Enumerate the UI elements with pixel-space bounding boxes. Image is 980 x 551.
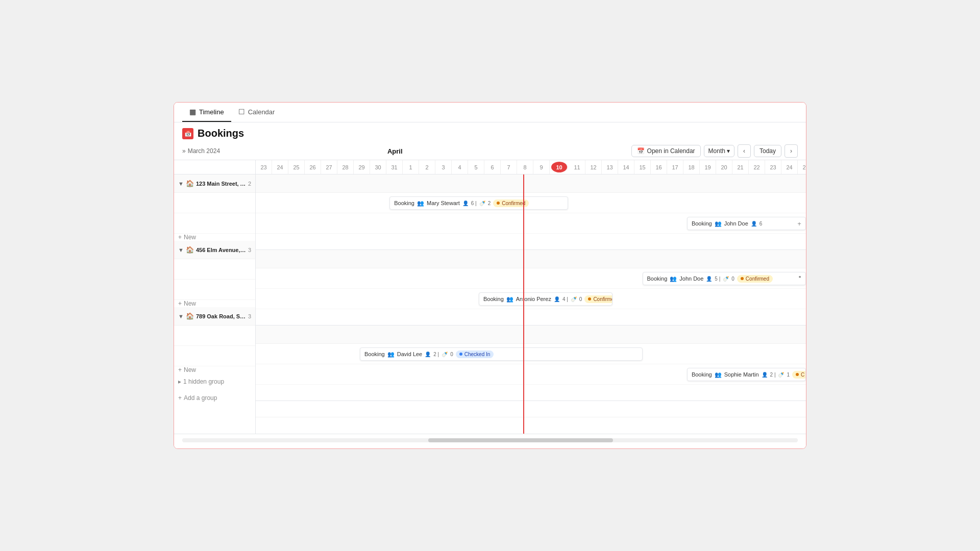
tab-timeline[interactable]: ▦ Timeline bbox=[182, 103, 231, 122]
calendar-btn-icon: 📅 bbox=[637, 147, 645, 155]
timeline-rows: Booking 👥 Mary Stewart 👤 6 | 🍼 2 Confirm… bbox=[256, 174, 806, 434]
add-new-group1[interactable]: + New bbox=[174, 234, 256, 241]
day-apr20: 20 bbox=[716, 160, 732, 174]
guest-icon: 👥 bbox=[417, 200, 424, 207]
people-icon: 👤 bbox=[425, 352, 431, 357]
booking-bar-antonio-perez[interactable]: Booking 👥 Antonio Perez 👤 4 | 🍼 0 Confir… bbox=[479, 292, 612, 306]
status-badge-confirmed2: Confirmed bbox=[737, 275, 773, 283]
scrollbar-track[interactable] bbox=[182, 438, 798, 442]
app-container: ▦ Timeline ☐ Calendar 📅 Bookings » March… bbox=[174, 102, 806, 449]
booking-bar-sophie-martin[interactable]: Booking 👥 Sophie Martin 👤 2 | 🍼 1 C bbox=[687, 368, 806, 381]
day-28: 28 bbox=[337, 160, 354, 174]
guest-icon: 👥 bbox=[506, 296, 513, 303]
chevron-down-icon: ▼ bbox=[178, 247, 184, 253]
chevron-down-icon: ▼ bbox=[178, 313, 184, 319]
add-btn-group1-row2[interactable]: + bbox=[795, 219, 803, 228]
timeline-scroll-area[interactable]: 23 24 25 26 27 28 29 30 31 1 bbox=[256, 160, 806, 434]
group3-count: 3 bbox=[248, 313, 251, 319]
day-apr3: 3 bbox=[435, 160, 452, 174]
day-apr2: 2 bbox=[419, 160, 435, 174]
today-button[interactable]: Today bbox=[754, 145, 781, 157]
booking-bar-mary-stewart[interactable]: Booking 👥 Mary Stewart 👤 6 | 🍼 2 Confirm… bbox=[389, 196, 568, 210]
day-headers: 23 24 25 26 27 28 29 30 31 1 bbox=[256, 160, 806, 174]
page-header: 📅 Bookings bbox=[174, 122, 806, 142]
prev-nav-button[interactable]: ‹ bbox=[738, 144, 751, 158]
group2-address: 456 Elm Avenue, Another City, USA bbox=[196, 247, 246, 253]
booking-row-antonio-perez: Booking 👥 Antonio Perez 👤 4 | 🍼 0 Confir… bbox=[256, 289, 806, 309]
chevron-down-icon: ▾ bbox=[727, 147, 730, 155]
children-count: 0 bbox=[731, 276, 734, 282]
people-icon: 👤 bbox=[462, 201, 469, 206]
add-group-timeline bbox=[256, 417, 806, 434]
booking-row-sophie-martin: Booking 👥 Sophie Martin 👤 2 | 🍼 1 C bbox=[256, 364, 806, 385]
adults-count: 6 | bbox=[471, 201, 477, 206]
tab-calendar[interactable]: ☐ Calendar bbox=[231, 103, 282, 122]
timeline-icon: ▦ bbox=[189, 108, 196, 116]
hidden-group-timeline bbox=[256, 401, 806, 417]
guest-icon: 👥 bbox=[715, 220, 722, 227]
plus-icon: + bbox=[178, 394, 182, 402]
open-calendar-button[interactable]: 📅 Open in Calendar bbox=[631, 145, 701, 157]
group3-header-timeline bbox=[256, 325, 806, 344]
adults-count: 2 | bbox=[433, 352, 439, 357]
day-apr11: 11 bbox=[569, 160, 585, 174]
status-dot bbox=[497, 202, 500, 205]
add-new-group2[interactable]: + New bbox=[174, 300, 256, 307]
guest-name-sophie: Sophie Martin bbox=[724, 371, 759, 378]
status-dot bbox=[588, 297, 591, 300]
add-plus-btn[interactable]: ▪ bbox=[796, 272, 804, 281]
group1-address: 123 Main Street, Anytown, USA bbox=[196, 181, 246, 187]
adults-count: 4 | bbox=[562, 296, 568, 302]
page-title: Bookings bbox=[198, 128, 244, 139]
day-29: 29 bbox=[354, 160, 370, 174]
april-label: April bbox=[224, 147, 566, 155]
add-group[interactable]: + Add a group bbox=[174, 390, 255, 406]
labels-column: ▼ 🏠 123 Main Street, Anytown, USA 2 + Ne… bbox=[174, 160, 256, 434]
status-dot bbox=[796, 373, 799, 376]
booking-label: Booking bbox=[483, 296, 504, 302]
home-icon: 🏠 bbox=[186, 180, 194, 187]
group3-address: 789 Oak Road, Smalltown, USA bbox=[196, 313, 246, 319]
home-icon: 🏠 bbox=[186, 246, 194, 254]
bookings-icon: 📅 bbox=[182, 128, 193, 139]
status-dot bbox=[741, 277, 744, 280]
day-apr10-today: 10 bbox=[551, 162, 568, 172]
day-30: 30 bbox=[370, 160, 386, 174]
day-27: 27 bbox=[321, 160, 337, 174]
month-dropdown[interactable]: Month ▾ bbox=[704, 145, 734, 157]
booking-bar-john-doe-2[interactable]: Booking 👥 John Doe 👤 5 | 🍼 0 Confirmed bbox=[643, 272, 806, 285]
booking-bar-john-doe-1[interactable]: Booking 👥 John Doe 👤 6 + bbox=[687, 217, 806, 230]
scrollbar-thumb[interactable] bbox=[428, 438, 613, 442]
day-apr16: 16 bbox=[651, 160, 667, 174]
group2-new-timeline bbox=[256, 309, 806, 325]
day-apr24: 24 bbox=[781, 160, 798, 174]
guest-name-antonio: Antonio Perez bbox=[516, 296, 551, 302]
guest-name-john2: John Doe bbox=[679, 276, 703, 282]
group3-new-timeline bbox=[256, 385, 806, 401]
group1-header-timeline bbox=[256, 174, 806, 193]
child-icon: 🍼 bbox=[723, 276, 729, 282]
booking-row-david-lee: Booking 👥 David Lee 👤 2 | 🍼 0 Checked In bbox=[256, 344, 806, 364]
child-icon: 🍼 bbox=[442, 352, 448, 357]
people-icon: 👤 bbox=[762, 372, 768, 378]
children-count: 0 bbox=[450, 352, 453, 357]
tabs-bar: ▦ Timeline ☐ Calendar bbox=[174, 103, 806, 122]
day-apr23: 23 bbox=[765, 160, 781, 174]
group2-count: 3 bbox=[248, 247, 251, 253]
day-23: 23 bbox=[256, 160, 272, 174]
booking-row-john-doe-2: Booking 👥 John Doe 👤 5 | 🍼 0 Confirmed bbox=[256, 268, 806, 289]
status-badge-confirmed: Confirmed bbox=[493, 199, 529, 207]
status-dot bbox=[459, 353, 462, 356]
plus-icon: + bbox=[178, 366, 182, 373]
day-apr21: 21 bbox=[732, 160, 749, 174]
child-icon: 🍼 bbox=[571, 296, 577, 302]
booking-bar-david-lee[interactable]: Booking 👥 David Lee 👤 2 | 🍼 0 Checked In bbox=[360, 347, 643, 361]
next-nav-button[interactable]: › bbox=[785, 144, 798, 158]
day-apr5: 5 bbox=[468, 160, 484, 174]
hidden-group[interactable]: ▸ 1 hidden group bbox=[174, 373, 255, 390]
day-apr9: 9 bbox=[533, 160, 550, 174]
group1-new-timeline bbox=[256, 234, 806, 250]
booking-label: Booking bbox=[364, 351, 385, 357]
booking-label: Booking bbox=[692, 220, 712, 227]
add-new-group3[interactable]: + New bbox=[174, 366, 256, 373]
